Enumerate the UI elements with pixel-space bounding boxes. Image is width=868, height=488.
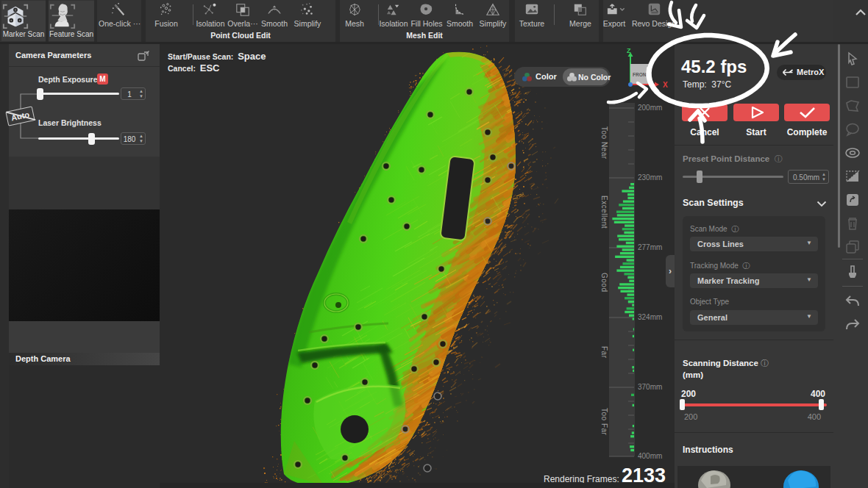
svg-text:X: X — [663, 81, 668, 89]
svg-text:FRONT: FRONT — [633, 72, 649, 77]
